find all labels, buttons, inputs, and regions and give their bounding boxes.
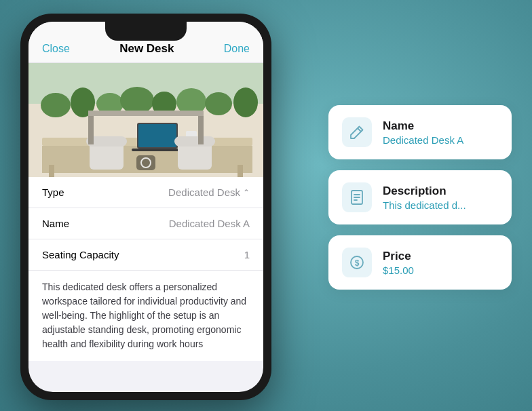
name-card-icon-wrap bbox=[342, 117, 372, 147]
svg-rect-15 bbox=[138, 124, 176, 147]
svg-rect-13 bbox=[238, 165, 243, 177]
svg-point-9 bbox=[233, 87, 258, 117]
seating-row[interactable]: Seating Capacity 1 bbox=[28, 239, 263, 271]
seating-value: 1 bbox=[244, 249, 250, 260]
phone-notch bbox=[105, 22, 187, 41]
svg-rect-22 bbox=[174, 136, 215, 146]
screen-title: New Desk bbox=[119, 42, 174, 56]
price-card-value: $15.00 bbox=[383, 265, 414, 276]
name-row[interactable]: Name Dedicated Desk A bbox=[28, 208, 263, 239]
type-label: Type bbox=[42, 187, 64, 198]
dollar-icon: $ bbox=[349, 254, 365, 271]
name-card[interactable]: Name Dedicated Desk A bbox=[328, 105, 512, 159]
done-button[interactable]: Done bbox=[224, 43, 250, 55]
chevron-icon: ⌃ bbox=[243, 188, 250, 197]
svg-point-5 bbox=[120, 87, 154, 114]
phone-screen: Close New Desk Done bbox=[28, 22, 263, 392]
name-value: Dedicated Desk A bbox=[169, 218, 250, 229]
svg-rect-25 bbox=[88, 111, 204, 116]
description-card-content: Description This dedicated d... bbox=[383, 184, 466, 211]
description-card-icon-wrap bbox=[342, 182, 372, 212]
svg-text:$: $ bbox=[355, 258, 360, 268]
name-card-label: Name bbox=[383, 119, 463, 133]
description-card-label: Description bbox=[383, 184, 466, 198]
type-row[interactable]: Type Dedicated Desk ⌃ bbox=[28, 177, 263, 208]
phone-frame: Close New Desk Done bbox=[20, 14, 271, 400]
name-card-content: Name Dedicated Desk A bbox=[383, 119, 463, 146]
name-label: Name bbox=[42, 218, 69, 229]
document-icon bbox=[349, 189, 365, 206]
svg-point-2 bbox=[41, 93, 71, 117]
description-card-value: This dedicated d... bbox=[383, 199, 466, 211]
close-button[interactable]: Close bbox=[42, 43, 70, 55]
pencil-icon bbox=[349, 124, 365, 140]
price-card-content: Price $15.00 bbox=[383, 250, 414, 276]
price-card[interactable]: $ Price $15.00 bbox=[328, 235, 512, 290]
svg-rect-16 bbox=[132, 149, 185, 151]
price-card-label: Price bbox=[383, 250, 414, 263]
seating-label: Seating Capacity bbox=[42, 249, 119, 260]
price-card-icon-wrap: $ bbox=[342, 248, 372, 277]
name-card-value: Dedicated Desk A bbox=[383, 134, 463, 146]
info-cards: Name Dedicated Desk A Description This d… bbox=[328, 105, 512, 290]
photo-area[interactable] bbox=[28, 63, 263, 177]
svg-point-8 bbox=[205, 92, 232, 115]
description-text: This dedicated desk offers a personalize… bbox=[28, 271, 263, 361]
camera-icon[interactable] bbox=[136, 155, 155, 170]
description-card[interactable]: Description This dedicated d... bbox=[328, 170, 512, 224]
svg-rect-12 bbox=[49, 165, 54, 177]
type-value: Dedicated Desk ⌃ bbox=[168, 187, 250, 198]
form-area: Type Dedicated Desk ⌃ Name Dedicated Des… bbox=[28, 177, 263, 361]
